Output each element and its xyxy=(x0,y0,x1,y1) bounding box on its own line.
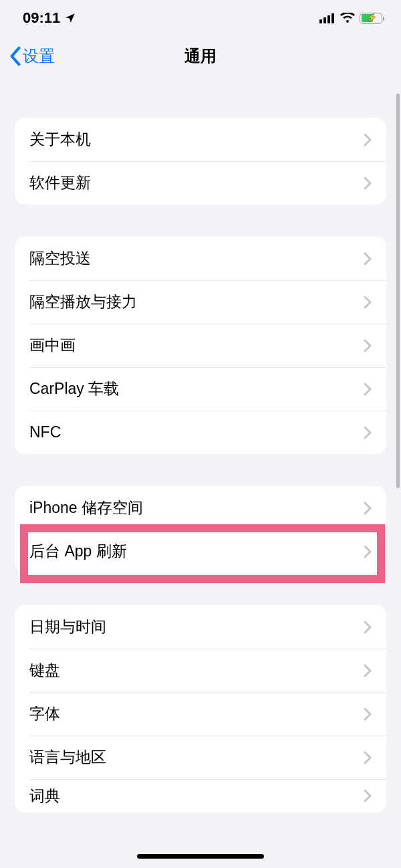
row-airplay[interactable]: 隔空播放与接力 xyxy=(15,280,386,324)
chevron-right-icon xyxy=(364,502,372,515)
row-label: 字体 xyxy=(29,703,60,724)
row-label: 画中画 xyxy=(29,335,76,356)
chevron-right-icon xyxy=(364,296,372,309)
row-software-update[interactable]: 软件更新 xyxy=(15,161,386,205)
row-label: iPhone 储存空间 xyxy=(29,498,143,518)
group-1: 隔空投送 隔空播放与接力 画中画 CarPlay 车载 NFC xyxy=(15,237,386,454)
row-label: 隔空投送 xyxy=(29,248,91,269)
status-time: 09:11 xyxy=(23,9,60,27)
chevron-right-icon xyxy=(364,545,372,558)
chevron-right-icon xyxy=(364,339,372,352)
row-storage[interactable]: iPhone 储存空间 xyxy=(15,486,386,530)
row-pip[interactable]: 画中画 xyxy=(15,324,386,367)
group-2: iPhone 储存空间 后台 App 刷新 xyxy=(15,486,386,573)
cellular-icon xyxy=(319,13,336,23)
row-background-app-refresh[interactable]: 后台 App 刷新 xyxy=(15,530,386,573)
chevron-right-icon xyxy=(364,621,372,634)
chevron-right-icon xyxy=(364,383,372,396)
group-0: 关于本机 软件更新 xyxy=(15,118,386,205)
chevron-right-icon xyxy=(364,664,372,677)
battery-icon: ⚡ xyxy=(360,13,382,24)
home-indicator[interactable] xyxy=(137,854,264,859)
row-label: 后台 App 刷新 xyxy=(29,541,127,562)
chevron-right-icon xyxy=(364,708,372,721)
group-3: 日期与时间 键盘 字体 语言与地区 词典 xyxy=(15,605,386,812)
row-language-region[interactable]: 语言与地区 xyxy=(15,736,386,779)
chevron-left-icon xyxy=(9,46,21,66)
row-airdrop[interactable]: 隔空投送 xyxy=(15,237,386,280)
row-carplay[interactable]: CarPlay 车载 xyxy=(15,367,386,411)
row-label: 日期与时间 xyxy=(29,617,106,637)
row-keyboard[interactable]: 键盘 xyxy=(15,649,386,692)
chevron-right-icon xyxy=(364,426,372,439)
chevron-right-icon xyxy=(364,252,372,265)
row-label: 软件更新 xyxy=(29,173,91,193)
row-label: CarPlay 车载 xyxy=(29,378,119,399)
back-button[interactable]: 设置 xyxy=(9,45,55,67)
svg-rect-1 xyxy=(323,17,326,23)
row-label: 语言与地区 xyxy=(29,747,106,768)
row-label: NFC xyxy=(29,423,61,441)
chevron-right-icon xyxy=(364,177,372,190)
row-label: 关于本机 xyxy=(29,129,91,150)
svg-rect-0 xyxy=(319,19,322,23)
row-about[interactable]: 关于本机 xyxy=(15,118,386,161)
chevron-right-icon xyxy=(364,789,372,802)
page-title: 通用 xyxy=(0,45,401,67)
chevron-right-icon xyxy=(364,751,372,764)
row-dictionary[interactable]: 词典 xyxy=(15,779,386,812)
nav-bar: 设置 通用 xyxy=(0,36,401,76)
status-bar: 09:11 ⚡ xyxy=(0,0,401,36)
row-fonts[interactable]: 字体 xyxy=(15,692,386,736)
location-icon xyxy=(64,12,76,24)
row-label: 隔空播放与接力 xyxy=(29,292,137,312)
row-label: 词典 xyxy=(29,786,60,806)
row-nfc[interactable]: NFC xyxy=(15,411,386,454)
svg-rect-3 xyxy=(331,13,334,23)
svg-rect-2 xyxy=(327,15,330,23)
back-label: 设置 xyxy=(23,45,55,67)
row-label: 键盘 xyxy=(29,660,60,681)
row-date-time[interactable]: 日期与时间 xyxy=(15,605,386,649)
content: 关于本机 软件更新 隔空投送 隔空播放与接力 画中画 CarPlay 车载 NF… xyxy=(0,118,401,812)
chevron-right-icon xyxy=(364,133,372,146)
wifi-icon xyxy=(340,13,355,23)
